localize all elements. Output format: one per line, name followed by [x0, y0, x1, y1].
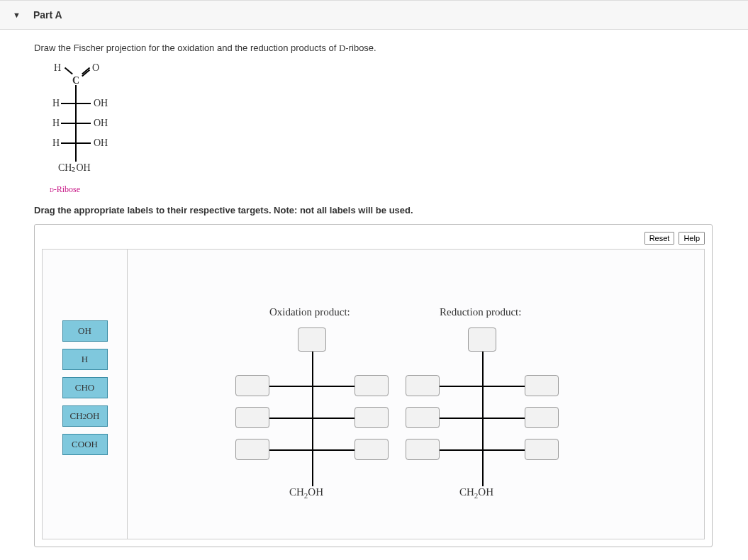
drop-target[interactable]	[525, 375, 559, 396]
label-bin: OH H CHO CH2OH COOH	[43, 250, 128, 539]
fischer-row-h: H	[52, 118, 60, 129]
fischer-row-h: H	[52, 98, 60, 109]
fischer-top-o: O	[92, 62, 99, 74]
fischer-bottom: CH₂OH	[58, 162, 91, 174]
fischer-row-oh: OH	[94, 118, 108, 129]
drop-target[interactable]	[525, 407, 559, 428]
drag-label-cho[interactable]: CHO	[62, 377, 108, 398]
fischer-row-oh: OH	[94, 98, 108, 109]
compound-label: D-Ribose	[50, 184, 727, 195]
help-button[interactable]: Help	[679, 232, 705, 245]
drop-target[interactable]	[525, 439, 559, 460]
reduction-title: Reduction product:	[440, 306, 521, 318]
fischer-top-h: H	[54, 62, 61, 74]
prompt-text: Draw the Fischer projection for the oxid…	[34, 43, 727, 54]
drop-target[interactable]	[406, 439, 440, 460]
drop-target[interactable]	[406, 375, 440, 396]
instruction-text: Drag the appropriate labels to their res…	[34, 205, 727, 215]
fischer-structure: H O C H OH H OH H OH CH₂OH	[41, 62, 133, 183]
reduction-bottom-label: CH2OH	[459, 486, 493, 500]
drag-label-h[interactable]: H	[62, 349, 108, 370]
drop-target[interactable]	[298, 327, 326, 352]
part-title: Part A	[33, 9, 62, 21]
drop-canvas: Oxidation product: CH2OH Reduction produ…	[128, 250, 704, 539]
drop-target[interactable]	[235, 375, 269, 396]
part-header[interactable]: ▼ Part A	[0, 0, 748, 30]
drop-target[interactable]	[235, 439, 269, 460]
drop-target[interactable]	[468, 327, 496, 352]
oxidation-title: Oxidation product:	[269, 306, 350, 318]
drag-label-ch2oh[interactable]: CH2OH	[62, 405, 108, 427]
reset-button[interactable]: Reset	[644, 232, 675, 245]
work-area: Reset Help OH H CHO CH2OH COOH Oxidation…	[34, 224, 713, 547]
fischer-row-h: H	[52, 138, 60, 149]
drop-target[interactable]	[355, 439, 389, 460]
drag-label-cooh[interactable]: COOH	[62, 434, 108, 455]
fischer-row-oh: OH	[94, 138, 108, 149]
drag-label-oh[interactable]: OH	[62, 320, 108, 342]
collapse-icon: ▼	[13, 11, 21, 19]
oxidation-bottom-label: CH2OH	[289, 486, 323, 500]
drop-target[interactable]	[406, 407, 440, 428]
drop-target[interactable]	[355, 407, 389, 428]
drop-target[interactable]	[355, 375, 389, 396]
drop-target[interactable]	[235, 407, 269, 428]
